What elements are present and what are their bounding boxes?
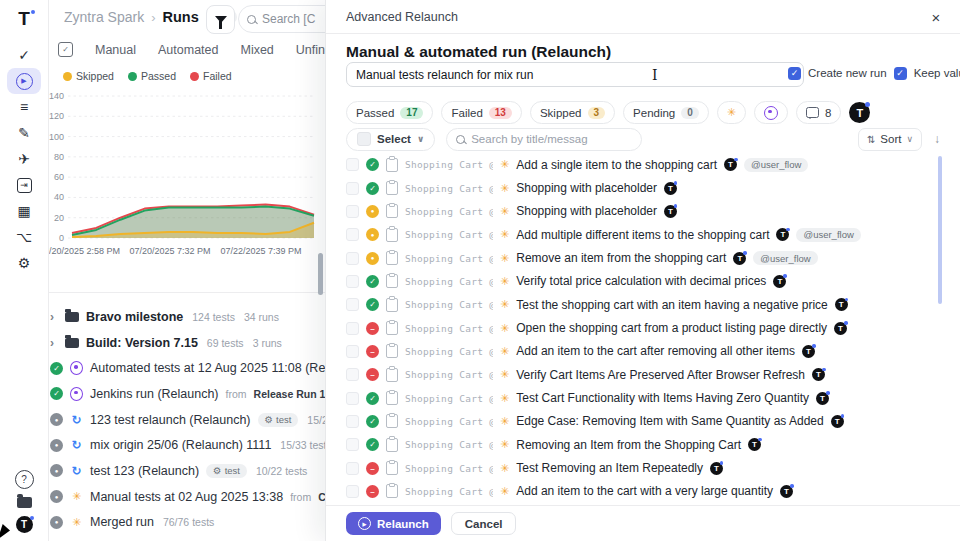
assignee-avatar[interactable]: T bbox=[849, 102, 870, 123]
tree-folder-row[interactable]: ›Bravo milestone124 tests34 runs bbox=[50, 304, 326, 330]
app-logo[interactable]: T bbox=[0, 8, 48, 30]
tag-chip: ⚙test bbox=[206, 464, 247, 478]
manual-filter-chip[interactable]: ✳ bbox=[717, 101, 746, 124]
options-row: ✓Create new run✓Keep values? bbox=[788, 66, 960, 80]
modal-scrollbar[interactable] bbox=[938, 156, 943, 304]
row-checkbox[interactable] bbox=[346, 485, 359, 498]
tree-run-row[interactable]: ✓Automated tests at 12 Aug 2025 11:08 (R… bbox=[50, 355, 326, 381]
manual-burst-icon: ✳ bbox=[500, 159, 509, 170]
global-search-text: Search [C bbox=[262, 12, 315, 26]
user-avatar[interactable]: T bbox=[16, 516, 33, 533]
folder-icon[interactable] bbox=[17, 497, 32, 508]
test-result-row[interactable]: ●Shopping Cart @…✳Add multiple different… bbox=[346, 223, 936, 246]
clipboard-icon bbox=[386, 368, 398, 382]
tree-run-row[interactable]: ●✳Merged run76/76 tests bbox=[50, 510, 326, 536]
help-icon[interactable]: ? bbox=[15, 470, 34, 489]
row-checkbox[interactable] bbox=[346, 252, 359, 265]
tree-folder-row[interactable]: ›Build: Version 7.1569 tests3 runs bbox=[50, 330, 326, 356]
tree-item-title: 123 test relaunch (Relaunch) bbox=[90, 413, 251, 427]
relaunch-button[interactable]: ▶ Relaunch bbox=[346, 512, 441, 535]
advanced-relaunch-panel: Advanced Relaunch × Manual & automated r… bbox=[325, 0, 960, 541]
automated-filter-chip[interactable] bbox=[754, 101, 788, 124]
filter-chip-pending[interactable]: Pending0 bbox=[623, 101, 709, 124]
row-checkbox[interactable] bbox=[346, 322, 359, 335]
rail-item-test-runs-icon[interactable]: ▶ bbox=[7, 68, 41, 94]
select-checkbox[interactable] bbox=[357, 132, 371, 146]
test-result-row[interactable]: –Shopping Cart @…✳Open the shopping cart… bbox=[346, 316, 936, 339]
select-all-icon[interactable]: ✓ bbox=[58, 42, 73, 57]
relaunch-icon-glyph: ↻ bbox=[71, 464, 81, 478]
row-checkbox[interactable] bbox=[346, 392, 359, 405]
test-result-row[interactable]: ●Shopping Cart @…✳Shopping with placehol… bbox=[346, 200, 936, 223]
comments-chip[interactable]: 8 bbox=[796, 101, 841, 124]
row-checkbox[interactable] bbox=[346, 415, 359, 428]
result-status-icon-passed: ✓ bbox=[366, 438, 379, 451]
tab-mixed[interactable]: Mixed bbox=[240, 43, 273, 57]
rail-item-pen-icon[interactable]: ✎ bbox=[7, 120, 41, 146]
row-checkbox[interactable] bbox=[346, 298, 359, 311]
test-result-row[interactable]: ✓Shopping Cart @…✳Test the shopping cart… bbox=[346, 293, 936, 316]
tab-automated[interactable]: Automated bbox=[158, 43, 218, 57]
tree-run-row[interactable]: ●↻mix origin 25/06 (Relaunch) 111115/33 … bbox=[50, 432, 326, 458]
tree-run-row[interactable]: ●↻test 123 (Relaunch)⚙test10/22 tests bbox=[50, 458, 326, 484]
test-result-row[interactable]: ✓Shopping Cart @…✳Verify total price cal… bbox=[346, 270, 936, 293]
milestone-folder-icon bbox=[65, 312, 79, 322]
filter-chip-label: Skipped bbox=[540, 107, 582, 119]
test-result-row[interactable]: –Shopping Cart @…✳Test Removing an Item … bbox=[346, 456, 936, 479]
row-checkbox[interactable] bbox=[346, 182, 359, 195]
relaunch-run-icon: ↻ bbox=[70, 439, 83, 452]
test-result-row[interactable]: ✓Shopping Cart @…✳Removing an Item from … bbox=[346, 433, 936, 456]
filter-chip-failed[interactable]: Failed13 bbox=[441, 101, 521, 124]
sort-button[interactable]: ⇅ Sort ∨ bbox=[858, 128, 922, 151]
row-checkbox[interactable] bbox=[346, 228, 359, 241]
tree-run-row[interactable]: ●↻123 test relaunch (Relaunch)⚙test15/23… bbox=[50, 407, 326, 433]
row-checkbox[interactable] bbox=[346, 345, 359, 358]
rail-item-plane-icon[interactable]: ✈ bbox=[7, 146, 41, 172]
row-checkbox[interactable] bbox=[346, 275, 359, 288]
page-scrollbar[interactable] bbox=[318, 253, 323, 295]
test-result-row[interactable]: –Shopping Cart @…✳Verify Cart Items Are … bbox=[346, 363, 936, 386]
manual-burst-icon: ✳ bbox=[500, 206, 509, 217]
breadcrumb-project[interactable]: Zyntra Spark bbox=[64, 9, 144, 25]
test-result-row[interactable]: ✓Shopping Cart @…✳Edge Case: Removing It… bbox=[346, 410, 936, 433]
cancel-button[interactable]: Cancel bbox=[451, 512, 517, 535]
download-icon[interactable]: ↓ bbox=[934, 132, 940, 146]
test-result-row[interactable]: ●Shopping Cart @…✳Remove an item from th… bbox=[346, 246, 936, 269]
test-result-row[interactable]: –Shopping Cart @…✳Add an item to the car… bbox=[346, 340, 936, 363]
filter-button[interactable] bbox=[206, 5, 235, 34]
checkbox-create-new-run[interactable]: ✓ bbox=[788, 67, 801, 80]
run-name-input[interactable]: Manual tests relaunch for mix run I bbox=[346, 62, 804, 87]
manual-burst-icon: ✳ bbox=[500, 439, 509, 450]
rail-item-gear-icon[interactable]: ⚙ bbox=[7, 250, 41, 276]
rail-item-export-box-icon[interactable]: ⇥ bbox=[7, 172, 41, 198]
select-dropdown[interactable]: Select ∨ bbox=[346, 128, 435, 151]
tab-manual[interactable]: Manual bbox=[95, 43, 136, 57]
test-title: Add an item to the cart after removing a… bbox=[516, 344, 795, 358]
rail-item-branch-icon[interactable]: ⌥ bbox=[7, 224, 41, 250]
checkbox-keep-values[interactable]: ✓ bbox=[894, 67, 907, 80]
rail-item-check-icon[interactable]: ✓ bbox=[7, 42, 41, 68]
tree-run-row[interactable]: ●✳Manual tests at 02 Aug 2025 13:38fromC… bbox=[50, 484, 326, 510]
test-result-row[interactable]: –Shopping Cart @…✳Add an item to the car… bbox=[346, 480, 936, 503]
rail-item-report-image-icon[interactable]: ▦ bbox=[7, 198, 41, 224]
close-icon[interactable]: × bbox=[926, 7, 946, 27]
suite-path: Shopping Cart @… bbox=[405, 346, 493, 357]
filter-chip-skipped[interactable]: Skipped3 bbox=[530, 101, 615, 124]
test-result-row[interactable]: ✓Shopping Cart @…✳Test Cart Functionalit… bbox=[346, 386, 936, 409]
row-checkbox[interactable] bbox=[346, 368, 359, 381]
modal-search-input[interactable]: Search by title/messag bbox=[446, 128, 642, 151]
test-result-row[interactable]: ✓Shopping Cart @…✳Add a single item to t… bbox=[346, 153, 936, 176]
test-result-row[interactable]: ✓Shopping Cart @…✳Shopping with placehol… bbox=[346, 176, 936, 199]
chevron-right-icon[interactable]: › bbox=[50, 336, 58, 350]
automated-run-icon bbox=[70, 387, 83, 400]
row-checkbox[interactable] bbox=[346, 462, 359, 475]
row-checkbox[interactable] bbox=[346, 158, 359, 171]
clipboard-icon bbox=[386, 414, 398, 428]
filter-chip-passed[interactable]: Passed17 bbox=[346, 101, 433, 124]
manual-burst-icon: ✳ bbox=[500, 276, 509, 287]
row-checkbox[interactable] bbox=[346, 205, 359, 218]
row-checkbox[interactable] bbox=[346, 438, 359, 451]
rail-item-list-check-icon[interactable]: ≡ bbox=[7, 94, 41, 120]
chevron-right-icon[interactable]: › bbox=[50, 310, 58, 324]
tree-run-row[interactable]: ✓Jenkins run (Relaunch)fromRelease Run 1… bbox=[50, 381, 326, 407]
